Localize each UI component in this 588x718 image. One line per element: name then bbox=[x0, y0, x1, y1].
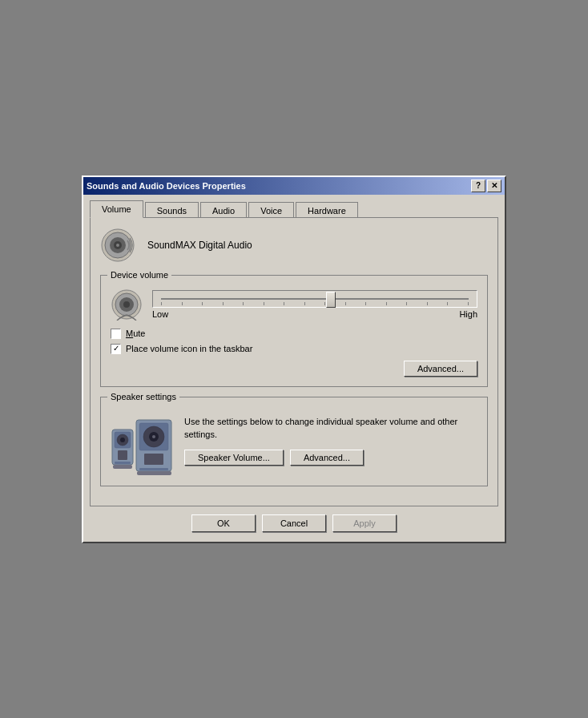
content-area: Volume Sounds Audio Voice Hardware bbox=[83, 195, 505, 542]
taskbar-icon-label: Place volume icon in the taskbar bbox=[126, 344, 252, 353]
svg-point-8 bbox=[123, 301, 130, 308]
speaker-settings-content: Use the settings below to change individ… bbox=[111, 412, 477, 476]
device-volume-advanced-row: Advanced... bbox=[111, 361, 477, 377]
main-window: Sounds and Audio Devices Properties ? ✕ … bbox=[82, 175, 506, 543]
speaker-settings-right: Use the settings below to change individ… bbox=[184, 412, 477, 466]
svg-point-4 bbox=[116, 244, 119, 247]
svg-rect-21 bbox=[139, 468, 168, 470]
volume-slider-row: Low High bbox=[111, 288, 477, 321]
device-volume-advanced-button[interactable]: Advanced... bbox=[404, 361, 477, 377]
bottom-buttons: OK Cancel Apply bbox=[90, 514, 498, 535]
mute-checkbox[interactable] bbox=[111, 329, 121, 339]
tab-volume[interactable]: Volume bbox=[90, 200, 143, 218]
speaker-settings-label: Speaker settings bbox=[107, 392, 179, 401]
svg-rect-14 bbox=[115, 462, 131, 464]
cancel-button[interactable]: Cancel bbox=[262, 514, 326, 532]
volume-speaker-icon bbox=[111, 288, 143, 321]
svg-point-19 bbox=[152, 435, 155, 438]
svg-rect-22 bbox=[113, 465, 132, 469]
ok-button[interactable]: OK bbox=[191, 514, 256, 532]
tab-content-volume: SoundMAX Digital Audio Device volume bbox=[90, 217, 498, 506]
slider-ticks bbox=[161, 302, 469, 305]
speaker-icon-small bbox=[100, 228, 136, 264]
slider-container: Low High bbox=[152, 290, 477, 319]
tab-audio[interactable]: Audio bbox=[200, 202, 247, 218]
slider-line bbox=[161, 298, 469, 300]
mute-label: Mute bbox=[126, 329, 145, 338]
device-volume-label: Device volume bbox=[107, 270, 171, 280]
speaker-settings-description: Use the settings below to change individ… bbox=[184, 415, 477, 442]
window-title: Sounds and Audio Devices Properties bbox=[87, 181, 246, 191]
device-volume-group: Device volume bbox=[100, 275, 488, 387]
svg-point-12 bbox=[120, 438, 125, 442]
help-button[interactable]: ? bbox=[471, 180, 485, 192]
speaker-buttons-row: Speaker Volume... Advanced... bbox=[184, 450, 477, 466]
tab-voice[interactable]: Voice bbox=[248, 202, 294, 218]
taskbar-icon-checkbox[interactable] bbox=[111, 344, 121, 354]
device-row: SoundMAX Digital Audio bbox=[100, 228, 488, 264]
speakers-illustration bbox=[111, 412, 175, 476]
volume-slider-thumb[interactable] bbox=[326, 292, 336, 308]
title-bar: Sounds and Audio Devices Properties ? ✕ bbox=[83, 177, 505, 195]
svg-rect-23 bbox=[137, 471, 171, 475]
close-button[interactable]: ✕ bbox=[487, 180, 501, 192]
taskbar-icon-row: Place volume icon in the taskbar bbox=[111, 344, 477, 354]
mute-row: Mute bbox=[111, 329, 477, 339]
slider-low-label: Low bbox=[152, 309, 168, 319]
speaker-settings-group: Speaker settings bbox=[100, 397, 488, 486]
tab-bar: Volume Sounds Audio Voice Hardware bbox=[90, 200, 498, 217]
slider-labels: Low High bbox=[152, 309, 477, 319]
speaker-volume-button[interactable]: Speaker Volume... bbox=[184, 450, 284, 466]
tab-sounds[interactable]: Sounds bbox=[145, 202, 199, 218]
svg-rect-13 bbox=[118, 450, 127, 460]
svg-rect-20 bbox=[144, 454, 163, 465]
apply-button[interactable]: Apply bbox=[332, 514, 397, 532]
title-bar-buttons: ? ✕ bbox=[471, 180, 501, 192]
volume-slider-track[interactable] bbox=[152, 290, 477, 308]
device-name: SoundMAX Digital Audio bbox=[147, 240, 252, 251]
tab-hardware[interactable]: Hardware bbox=[296, 202, 358, 218]
slider-high-label: High bbox=[459, 309, 477, 319]
speaker-advanced-button[interactable]: Advanced... bbox=[290, 450, 364, 466]
